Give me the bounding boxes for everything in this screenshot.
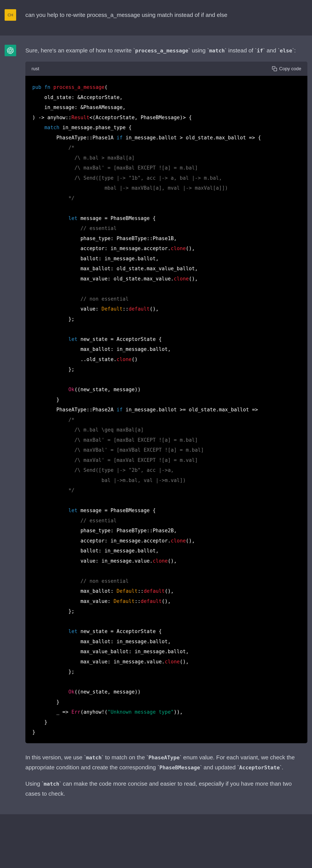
inline-code: process_a_message	[135, 48, 188, 54]
text: instead of	[227, 47, 255, 54]
text: to match on the	[104, 754, 146, 761]
copy-code-button[interactable]: Copy code	[272, 66, 301, 71]
inline-code: match	[209, 48, 225, 54]
inline-code: match	[44, 781, 59, 787]
text: :	[294, 47, 296, 54]
clipboard-icon	[272, 66, 277, 71]
code-content: pub fn process_a_message( old_state: &Ac…	[32, 84, 261, 735]
assistant-message-content: Sure, here's an example of how to rewrit…	[25, 45, 307, 805]
text: and	[265, 47, 278, 54]
inline-code: match	[86, 754, 102, 761]
inline-code: PhaseAType	[148, 754, 180, 761]
inline-code: AcceptorState	[239, 765, 280, 771]
code-pre[interactable]: pub fn process_a_message( old_state: &Ac…	[25, 76, 307, 743]
inline-code: else	[280, 48, 292, 54]
message-inner: CH can you help to re-write process_a_me…	[0, 9, 312, 26]
openai-logo-icon	[7, 47, 14, 54]
code-language-label: rust	[31, 65, 39, 73]
text: In this version, we use	[25, 754, 84, 761]
text: can make the code more concise and easie…	[25, 780, 292, 797]
user-message-row: CH can you help to re-write process_a_me…	[0, 0, 312, 35]
code-block: rust Copy code pub fn process_a_message(…	[25, 62, 307, 743]
code-block-header: rust Copy code	[25, 62, 307, 76]
text: using	[190, 47, 207, 54]
message-inner: Sure, here's an example of how to rewrit…	[0, 45, 312, 805]
text: and updated	[202, 764, 237, 771]
text: Sure, here's an example of how to rewrit…	[25, 47, 133, 54]
assistant-outro-2: Using `match` can make the code more con…	[25, 779, 307, 799]
user-text: can you help to re-write process_a_messa…	[25, 10, 307, 20]
svg-rect-0	[274, 68, 277, 71]
assistant-message-row: Sure, here's an example of how to rewrit…	[0, 35, 312, 814]
user-avatar: CH	[5, 9, 16, 21]
text: Using	[25, 780, 42, 787]
inline-code: if	[257, 48, 263, 54]
user-avatar-initials: CH	[8, 13, 13, 17]
assistant-avatar	[5, 45, 16, 56]
inline-code: PhaseBMessage	[159, 765, 200, 771]
assistant-intro: Sure, here's an example of how to rewrit…	[25, 45, 307, 56]
text: .	[282, 764, 283, 771]
assistant-outro-1: In this version, we use `match` to match…	[25, 752, 307, 773]
copy-label: Copy code	[279, 66, 301, 71]
user-message-content: can you help to re-write process_a_messa…	[25, 9, 307, 26]
